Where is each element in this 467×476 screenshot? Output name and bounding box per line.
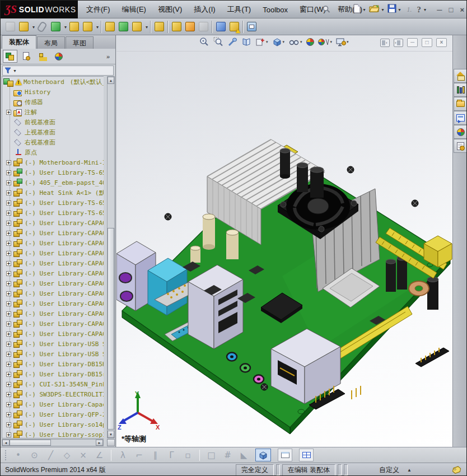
expander-icon[interactable] [6,342,11,347]
file-explorer-button[interactable] [454,97,467,111]
tree-item[interactable]: (-) Motherboard-Mini-IT [2,157,104,167]
grid-tool-icon[interactable]: # [223,450,232,460]
motherboard-3d-scene[interactable] [116,35,452,447]
tab-feature-manager[interactable] [3,50,17,63]
tab-configuration-manager[interactable] [35,50,50,63]
tree-item[interactable]: (-) User Library-Capaci [2,399,104,409]
tree-item[interactable]: (-) User Library-CAPACI [2,278,104,288]
expander-icon[interactable] [6,160,11,165]
save-icon[interactable] [387,4,396,15]
tree-horizontal-scrollbar[interactable]: ◄ ► [2,439,104,446]
assembly-features-icon[interactable] [116,20,130,34]
show-hidden-components-icon[interactable] [103,20,116,34]
menu-item[interactable]: 文件(F) [86,3,111,16]
vertical-scroll-thumb[interactable] [108,228,114,430]
separator[interactable] [210,20,214,34]
tree-item[interactable]: 传感器 [2,97,104,107]
tree-item[interactable]: 前视基准面 [2,117,104,127]
linear-component-pattern-icon[interactable] [49,20,62,34]
tab-property-manager[interactable] [19,50,34,63]
tree-item[interactable]: (-) CUI-SJ1-3545N_Pink< [2,379,104,389]
help-dropdown-icon[interactable]: ▾ [424,7,426,12]
interference-detection-icon[interactable] [227,20,241,34]
save-dropdown-icon[interactable]: ▾ [398,7,400,12]
expander-icon[interactable] [6,432,11,437]
snap-tool-icon[interactable]: ∥ [151,450,160,460]
horizontal-scroll-thumb[interactable] [10,440,51,446]
separator[interactable] [99,20,103,34]
expander-icon[interactable] [6,362,11,367]
single-viewport-button[interactable] [278,449,292,461]
bill-of-materials-icon[interactable] [170,20,183,34]
sketch-tool-icon[interactable]: ∠ [95,450,104,460]
expander-icon[interactable] [6,281,11,286]
tree-item[interactable]: (-) User Library-TS-652 [2,198,104,208]
scroll-down-icon[interactable]: ▼ [108,431,114,438]
expander-icon[interactable] [6,372,11,377]
expander-icon[interactable] [6,251,11,256]
scroll-right-icon[interactable]: ► [96,440,103,446]
snap-tool-icon[interactable]: ▫ [183,450,193,460]
search-icon[interactable] [322,5,331,16]
minimize-button[interactable]: ─ [437,6,442,14]
tree-item[interactable]: (-) User Library-TS-652 [2,208,104,218]
sketch-tool-icon[interactable]: ◇ [62,450,72,460]
expander-icon[interactable] [6,241,11,246]
snap-tool-icon[interactable]: Γ [167,450,176,460]
tree-item[interactable]: (-) User Library-CAPACI [2,298,104,309]
smart-fasteners-icon[interactable] [67,20,81,34]
expander-icon[interactable] [6,211,11,216]
help-icon[interactable]: ? [417,5,421,15]
expander-icon[interactable] [6,412,11,417]
new-motion-study-icon[interactable] [152,20,166,34]
expander-icon[interactable] [6,170,11,175]
toolbar-drag-handle[interactable] [5,450,7,460]
mate-icon[interactable] [35,20,49,34]
scroll-up-icon[interactable]: ▲ [108,77,114,84]
sketch-tool-icon[interactable]: ⊙ [30,450,39,460]
tree-item[interactable]: (-) User Library-USB So [2,349,104,359]
menu-item[interactable]: 编辑(E) [122,3,147,16]
custom-properties-button[interactable] [454,139,467,153]
tree-item[interactable]: (-) User Library-DB15HD [2,359,104,369]
tree-item[interactable]: 原点 [2,147,104,157]
command-manager-tab[interactable]: 布局 [37,36,65,49]
instant3d-icon[interactable] [214,20,227,34]
tags-icon[interactable] [443,466,465,474]
tree-item[interactable]: (-) User Library-QFP-24 [2,409,104,419]
tab-display-manager[interactable] [52,50,66,63]
expander-icon[interactable] [6,180,11,185]
tree-item[interactable]: (-) User Library-CAPACI [2,309,104,319]
tree-item[interactable]: (-) User Library-so14p8 [2,419,104,430]
restore-button[interactable]: □ [449,6,454,14]
menu-item[interactable]: Toolbox [262,4,288,15]
move-component-icon[interactable] [81,20,94,34]
menu-item[interactable]: 视图(V) [157,3,183,16]
view-palette-button[interactable] [454,111,467,125]
appearances-scenes-button[interactable] [454,125,467,139]
expander-icon[interactable] [6,392,11,397]
tree-item[interactable]: (-) User Library-ssop16 [2,430,104,438]
tree-item[interactable]: (-) User Library-CAPACI [2,248,104,258]
panel-tabs-overflow[interactable]: » [106,53,113,60]
expander-icon[interactable] [6,301,11,306]
tree-item[interactable]: (-) User Library-USB So [2,339,104,349]
expander-icon[interactable] [6,321,11,326]
open-document-dropdown-icon[interactable]: ▾ [381,7,384,12]
graphics-viewport[interactable]: ▾ ▾ ▾ ▾ ▾ ‹ › ─ □ × [116,35,452,447]
tree-item[interactable]: History [2,87,104,97]
tree-item[interactable]: (-) User Library-CAPACI [2,319,104,329]
sketch-tool-icon[interactable]: × [78,450,88,460]
tree-item[interactable]: 注解 [2,107,104,117]
new-document-icon[interactable] [353,4,361,16]
explode-line-sketch-icon[interactable] [197,20,210,34]
snap-tool-icon[interactable]: ⌐ [134,450,144,460]
tree-vertical-scrollbar[interactable]: ▲ ▼ [107,76,115,438]
tree-item[interactable]: (-) User Library-CAPACI [2,258,104,268]
expander-icon[interactable] [6,190,11,195]
expander-icon[interactable] [6,231,11,236]
tree-root-item[interactable]: Motherboard (默认<默认_ [2,77,104,87]
four-viewport-button[interactable] [299,449,314,461]
menu-item[interactable]: 工具(T) [227,3,252,16]
separator[interactable] [148,20,152,34]
